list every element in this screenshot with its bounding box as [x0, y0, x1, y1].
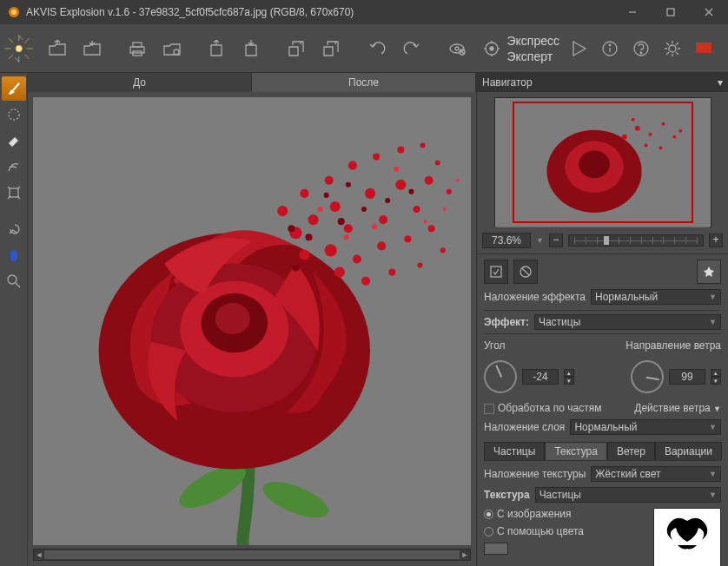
- texture-overlay-dropdown[interactable]: Жёсткий свет▼: [591, 466, 721, 482]
- import-preset-button[interactable]: [202, 35, 233, 63]
- svg-point-69: [428, 225, 435, 232]
- auto-settings-button[interactable]: [476, 35, 507, 63]
- texture-label: Текстура: [484, 489, 530, 501]
- texture-dropdown[interactable]: Частицы▼: [535, 487, 721, 503]
- zoom-slider[interactable]: [568, 234, 704, 247]
- undo-button[interactable]: [361, 35, 393, 63]
- main-canvas[interactable]: [33, 97, 471, 545]
- svg-point-33: [609, 44, 611, 46]
- angle-down[interactable]: ▾: [564, 377, 574, 385]
- tab-before[interactable]: До: [28, 73, 252, 92]
- subtab-wind[interactable]: Ветер: [607, 442, 655, 460]
- selection-tool[interactable]: [2, 102, 26, 127]
- zoom-dropdown-icon[interactable]: ▼: [536, 236, 544, 245]
- scrollbar-thumb[interactable]: [44, 550, 460, 559]
- maximize-button[interactable]: [652, 0, 690, 24]
- zoom-value[interactable]: 73.6%: [482, 233, 531, 248]
- print-button[interactable]: [122, 35, 153, 63]
- navigator-viewport-frame[interactable]: [513, 102, 693, 223]
- settings-subtabs: Частицы Текстура Ветер Вариации: [484, 442, 721, 461]
- preview-settings-button[interactable]: [441, 35, 473, 63]
- info-button[interactable]: [598, 36, 622, 61]
- svg-line-38: [13, 83, 19, 90]
- export-button[interactable]: [156, 35, 188, 63]
- smudge-tool[interactable]: [2, 155, 26, 179]
- svg-point-99: [456, 179, 460, 182]
- subtab-variations[interactable]: Вариации: [655, 442, 722, 460]
- wind-direction-label: Направление ветра: [625, 339, 721, 352]
- navigator-preview[interactable]: [494, 97, 711, 227]
- help-button[interactable]: [629, 36, 653, 61]
- horizontal-scrollbar[interactable]: ◄ ►: [33, 549, 471, 561]
- svg-point-84: [305, 234, 312, 240]
- save-button[interactable]: [76, 35, 108, 63]
- layer-blend-dropdown[interactable]: Нормальный▼: [570, 419, 721, 435]
- hand-tool[interactable]: [2, 243, 26, 267]
- wind-down[interactable]: ▾: [711, 377, 721, 385]
- texture-overlay-label: Наложение текстуры: [484, 468, 586, 480]
- svg-point-86: [361, 207, 367, 212]
- svg-point-72: [325, 176, 334, 185]
- svg-point-1: [11, 10, 17, 15]
- redo-button[interactable]: [396, 35, 427, 63]
- mode-expert[interactable]: Эксперт: [507, 49, 560, 63]
- texture-from-image-radio[interactable]: С изображения: [484, 508, 646, 520]
- app-icon: [7, 5, 21, 19]
- before-after-tabs: До После: [28, 73, 476, 92]
- brush-tool[interactable]: [2, 76, 26, 101]
- svg-point-83: [440, 247, 446, 253]
- effect-dropdown[interactable]: Частицы▼: [534, 314, 721, 330]
- batch-export-button[interactable]: [316, 35, 347, 63]
- open-button[interactable]: [42, 35, 73, 63]
- wind-value[interactable]: 99: [669, 369, 705, 385]
- wind-up[interactable]: ▴: [711, 369, 721, 377]
- angle-label: Угол: [484, 339, 506, 352]
- zoom-in-button[interactable]: +: [709, 234, 723, 247]
- subtab-particles[interactable]: Частицы: [484, 442, 545, 460]
- angle-dial[interactable]: [479, 355, 522, 398]
- zoom-tool[interactable]: [2, 269, 26, 293]
- presets-button[interactable]: [484, 260, 508, 284]
- svg-point-73: [348, 161, 357, 170]
- texture-thumbnail[interactable]: [653, 508, 721, 566]
- tab-after[interactable]: После: [252, 73, 476, 92]
- scroll-right-arrow[interactable]: ►: [460, 550, 470, 560]
- wind-action-label[interactable]: Действие ветра ▼: [634, 402, 721, 414]
- texture-color-swatch[interactable]: [484, 543, 508, 555]
- transform-tool[interactable]: [2, 181, 26, 205]
- svg-point-57: [330, 201, 341, 212]
- settings-button[interactable]: [660, 36, 685, 61]
- svg-point-85: [338, 218, 345, 225]
- export-preset-button[interactable]: [236, 35, 268, 63]
- angle-up[interactable]: ▴: [564, 369, 574, 377]
- subtab-texture[interactable]: Текстура: [545, 442, 607, 460]
- partial-checkbox[interactable]: Обработка по частям: [484, 402, 602, 414]
- scroll-left-arrow[interactable]: ◄: [34, 550, 44, 560]
- svg-point-63: [425, 176, 433, 185]
- reset-button[interactable]: [513, 260, 538, 284]
- notifications-button[interactable]: [692, 36, 716, 61]
- random-button[interactable]: [697, 260, 721, 284]
- layer-blend-label: Наложение слоя: [484, 421, 565, 433]
- zoom-out-button[interactable]: −: [549, 234, 563, 247]
- batch-import-button[interactable]: [281, 35, 313, 63]
- panel-menu-icon[interactable]: ▾: [718, 76, 723, 89]
- mode-express[interactable]: Экспресс: [507, 34, 560, 48]
- texture-from-color-radio[interactable]: С помощью цвета: [484, 525, 646, 537]
- svg-point-90: [324, 193, 329, 198]
- svg-rect-37: [696, 43, 711, 53]
- svg-line-46: [16, 283, 20, 287]
- svg-point-35: [640, 52, 642, 54]
- eraser-tool[interactable]: [2, 128, 26, 153]
- svg-point-92: [292, 265, 299, 272]
- history-brush-tool[interactable]: [2, 217, 26, 241]
- close-button[interactable]: [690, 0, 728, 24]
- overlay-dropdown[interactable]: Нормальный▼: [591, 289, 721, 305]
- minimize-button[interactable]: [613, 0, 652, 24]
- run-button[interactable]: [566, 36, 591, 61]
- svg-line-16: [15, 57, 18, 61]
- svg-point-97: [424, 220, 427, 223]
- wind-dial[interactable]: [628, 358, 665, 395]
- angle-value[interactable]: -24: [522, 369, 559, 385]
- svg-point-36: [669, 45, 676, 52]
